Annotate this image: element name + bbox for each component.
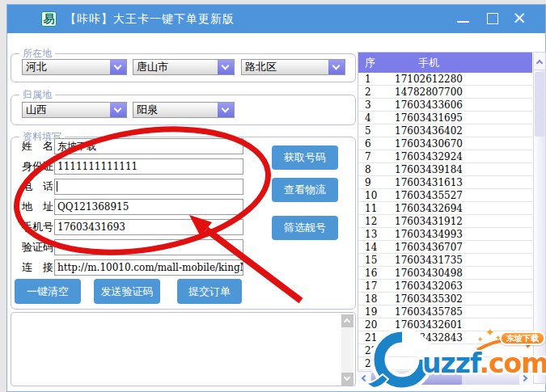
scroll-down-icon[interactable] [341,373,353,386]
field-input[interactable]: 1111111111111 [54,158,243,175]
maximize-button[interactable] [480,8,505,30]
field-input[interactable]: 17603431693 [54,219,243,235]
close-button[interactable]: × [507,8,531,30]
table-row[interactable]: 1917603435785 [358,306,532,318]
row-index: 7 [365,150,371,163]
row-phone: 17603435302 [392,293,465,306]
chevron-down-icon[interactable] [110,103,126,117]
city-select[interactable]: 唐山市 [133,59,235,75]
app-window: 易 【咔咔】大王卡一键下单更新版 × 所在地 河北 唐山市 路北区 归属地 山西… [6,4,546,392]
row-index: 14 [365,241,377,254]
row-phone: 17603436402 [392,124,465,137]
table-row[interactable]: 117102612280 [358,73,532,86]
row-index: 18 [365,293,377,306]
row-index: 6 [365,137,371,150]
row-phone: 17603430498 [392,267,465,280]
row-index: 21 [365,331,377,344]
row-index: 3 [365,99,371,112]
minimize-button[interactable] [451,8,475,30]
attribution-city-select[interactable]: 阳泉 [133,102,235,118]
row-phone: 17603439184 [392,163,465,176]
row-index: 19 [365,306,377,318]
chevron-down-icon[interactable] [110,60,126,74]
table-row[interactable]: 517603436402 [358,124,532,137]
row-phone: 17603436707 [392,241,465,254]
district-select[interactable]: 路北区 [241,59,345,75]
row-phone: 17603431613 [392,176,465,189]
table-row[interactable]: 617603430670 [358,137,532,150]
app-icon: 易 [41,11,57,27]
chevron-down-icon[interactable] [218,60,234,74]
log-box[interactable] [11,312,356,386]
form-field-row: 连 接http://m.10010.com/mall-mobile/kingNu… [11,259,357,276]
chevron-down-icon[interactable] [328,60,345,74]
field-input[interactable] [54,179,243,195]
field-label: 手机号 [22,220,57,234]
table-row[interactable]: 917603431613 [358,176,532,189]
table-row[interactable]: 1017603435527 [358,189,532,202]
table-horizontal-scrollbar[interactable] [358,371,532,385]
side-button-2[interactable]: 筛选靓号 [272,216,338,240]
row-index: 4 [365,112,371,124]
row-phone: 17603432694 [392,202,465,215]
location-group-label: 所在地 [19,48,55,59]
row-index: 22 [365,344,377,357]
table-row[interactable]: 1217603431912 [358,215,532,228]
row-phone: 17603431695 [392,112,465,124]
row-phone: 17603435785 [392,306,465,318]
table-row[interactable]: 23 [358,357,532,370]
row-phone: 17603432601 [392,318,465,331]
table-vertical-scrollbar[interactable] [533,52,546,384]
table-row[interactable]: 817603439184 [358,163,532,176]
row-index: 5 [365,124,371,137]
row-phone: 17603433606 [392,99,465,112]
row-index: 12 [365,215,377,228]
table-row[interactable]: 1517603431735 [358,254,532,267]
row-index: 16 [365,267,377,280]
table-row[interactable]: 1117603432694 [358,202,532,215]
chevron-down-icon[interactable] [218,103,234,117]
side-button-0[interactable]: 获取号码 [272,145,338,170]
row-phone: 17603432924 [392,150,465,163]
table-row[interactable]: 717603432924 [358,150,532,163]
bottom-button-2[interactable]: 提交订单 [177,279,242,304]
attribution-group-label: 归属地 [19,89,55,100]
attribution-province-value: 山西 [26,103,108,117]
city-value: 唐山市 [137,60,216,74]
field-input[interactable]: QQ121368915 [54,199,243,215]
scrollbar-thumb[interactable] [371,373,462,385]
field-input[interactable]: 东坡下载 [54,138,243,154]
scroll-up-icon[interactable] [534,53,545,70]
table-header: 序 手机 [358,53,532,73]
table-row[interactable]: 417603431695 [358,112,532,124]
province-select[interactable]: 河北 [22,59,127,75]
table-row[interactable]: 1817603435302 [358,293,532,306]
field-input[interactable]: http://m.10010.com/mall-mobile/kingNum [54,259,243,276]
side-button-1[interactable]: 查看物流 [272,178,338,202]
location-group: 所在地 河北 唐山市 路北区 [11,53,356,82]
row-index: 17 [365,280,377,293]
field-input[interactable] [54,239,243,255]
table-row[interactable]: 317603433606 [358,99,532,112]
table-row[interactable]: 1417603436707 [358,241,532,254]
scroll-up-icon[interactable] [341,314,353,327]
table-row[interactable]: 214782807700 [358,86,532,99]
table-row[interactable]: 1617603430498 [358,267,532,280]
table-row[interactable]: 2117603432843 [358,331,532,344]
column-header-phone: 手机 [392,53,465,73]
scrollbar-thumb[interactable] [535,72,544,137]
table-row[interactable]: 2017603432601 [358,318,532,331]
field-label: 电 话 [22,179,57,194]
row-index: 23 [365,357,377,370]
scroll-left-icon[interactable] [358,373,370,385]
row-phone: 17603430670 [392,137,465,150]
scroll-right-icon[interactable] [519,373,532,385]
table-row[interactable]: 1317603434993 [358,228,532,241]
row-phone: 17603432843 [392,331,465,344]
table-row[interactable]: 1717603432063 [358,280,532,293]
bottom-button-0[interactable]: 一键清空 [15,279,81,304]
table-row[interactable]: 22 [358,344,532,357]
attribution-province-select[interactable]: 山西 [22,102,127,118]
bottom-button-1[interactable]: 发送验证码 [94,279,160,304]
log-scrollbar[interactable] [341,314,353,386]
